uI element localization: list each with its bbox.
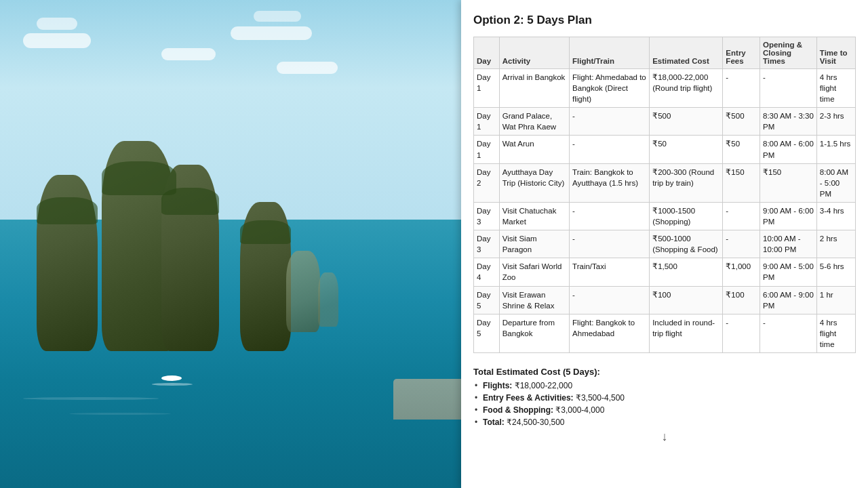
table-cell-3-3: ₹200-300 (Round trip by train) (650, 163, 723, 202)
boat (161, 375, 182, 381)
table-row: Day 4Visit Safari World ZooTrain/Taxi₹1,… (474, 258, 856, 286)
cloud-2 (37, 18, 77, 30)
total-item-3: Total: ₹24,500-30,500 (473, 418, 856, 427)
vegetation-2 (102, 161, 176, 195)
table-cell-6-5: 9:00 AM - 5:00 PM (760, 258, 816, 286)
total-list: Flights: ₹18,000-22,000Entry Fees & Acti… (473, 381, 856, 427)
table-cell-2-6: 1-1.5 hrs (816, 136, 855, 163)
table-cell-3-2: Train: Bangkok to Ayutthaya (1.5 hrs) (570, 163, 650, 202)
table-cell-2-5: 8:00 AM - 6:00 PM (760, 136, 816, 163)
table-cell-4-6: 3-4 hrs (816, 202, 855, 230)
header-time: Time to Visit (816, 37, 855, 69)
total-item-0: Flights: ₹18,000-22,000 (473, 381, 856, 390)
header-opening: Opening & Closing Times (760, 37, 816, 69)
table-cell-1-1: Grand Palace, Wat Phra Kaew (499, 108, 569, 136)
table-cell-0-0: Day 1 (474, 69, 500, 108)
cloud-3 (161, 48, 216, 60)
vegetation-4 (240, 220, 291, 244)
table-cell-7-1: Visit Erawan Shrine & Relax (499, 286, 569, 314)
plan-table: Day Activity Flight/Train Estimated Cost… (473, 37, 856, 353)
table-cell-3-4: ₹150 (723, 163, 760, 202)
beach (393, 379, 461, 420)
cloud-1 (23, 33, 91, 48)
table-cell-1-5: 8:30 AM - 3:30 PM (760, 108, 816, 136)
total-item-1: Entry Fees & Activities: ₹3,500-4,500 (473, 393, 856, 403)
table-cell-3-1: Ayutthaya Day Trip (Historic City) (499, 163, 569, 202)
table-cell-4-2: - (570, 202, 650, 230)
table-cell-7-3: ₹100 (650, 286, 723, 314)
table-row: Day 1Arrival in BangkokFlight: Ahmedabad… (474, 69, 856, 108)
table-row: Day 2Ayutthaya Day Trip (Historic City)T… (474, 163, 856, 202)
scroll-down-arrow[interactable]: ↓ (473, 430, 856, 444)
background-image (0, 0, 461, 488)
table-row: Day 5Visit Erawan Shrine & Relax-₹100₹10… (474, 286, 856, 314)
document-panel: Option 2: 5 Days Plan Day Activity Fligh… (461, 0, 868, 488)
table-cell-8-1: Departure from Bangkok (499, 314, 569, 352)
vegetation-1 (37, 197, 98, 224)
table-cell-5-5: 10:00 AM - 10:00 PM (760, 230, 816, 258)
table-cell-7-4: ₹100 (723, 286, 760, 314)
table-cell-2-1: Wat Arun (499, 136, 569, 163)
table-cell-4-0: Day 3 (474, 202, 500, 230)
table-row: Day 3Visit Siam Paragon-₹500-1000 (Shopp… (474, 230, 856, 258)
table-row: Day 5Departure from BangkokFlight: Bangk… (474, 314, 856, 352)
table-cell-5-2: - (570, 230, 650, 258)
table-row: Day 3Visit Chatuchak Market-₹1000-1500 (… (474, 202, 856, 230)
table-cell-0-2: Flight: Ahmedabad to Bangkok (Direct fli… (570, 69, 650, 108)
header-day: Day (474, 37, 500, 69)
total-item-2: Food & Shopping: ₹3,000-4,000 (473, 405, 856, 415)
table-cell-6-4: ₹1,000 (723, 258, 760, 286)
table-cell-8-6: 4 hrs flight time (816, 314, 855, 352)
table-cell-0-3: ₹18,000-22,000 (Round trip flight) (650, 69, 723, 108)
table-cell-2-0: Day 1 (474, 136, 500, 163)
rock-distant-2 (318, 272, 338, 327)
table-cell-8-0: Day 5 (474, 314, 500, 352)
header-activity: Activity (499, 37, 569, 69)
water-reflection-2 (69, 413, 171, 415)
table-cell-5-6: 2 hrs (816, 230, 855, 258)
table-cell-7-0: Day 5 (474, 286, 500, 314)
table-cell-4-1: Visit Chatuchak Market (499, 202, 569, 230)
table-cell-2-4: ₹50 (723, 136, 760, 163)
table-cell-8-5: - (760, 314, 816, 352)
cloud-4 (231, 26, 312, 40)
rock-distant-1 (286, 251, 320, 332)
table-cell-1-6: 2-3 hrs (816, 108, 855, 136)
table-cell-8-3: Included in round-trip flight (650, 314, 723, 352)
table-cell-4-3: ₹1000-1500 (Shopping) (650, 202, 723, 230)
table-cell-5-3: ₹500-1000 (Shopping & Food) (650, 230, 723, 258)
panel-title: Option 2: 5 Days Plan (473, 14, 856, 27)
table-cell-2-3: ₹50 (650, 136, 723, 163)
table-cell-4-5: 9:00 AM - 6:00 PM (760, 202, 816, 230)
table-cell-6-3: ₹1,500 (650, 258, 723, 286)
table-cell-3-6: 8:00 AM - 5:00 PM (816, 163, 855, 202)
total-title: Total Estimated Cost (5 Days): (473, 367, 856, 377)
table-cell-4-4: - (723, 202, 760, 230)
table-cell-3-5: ₹150 (760, 163, 816, 202)
table-cell-1-0: Day 1 (474, 108, 500, 136)
table-cell-5-0: Day 3 (474, 230, 500, 258)
table-cell-2-2: - (570, 136, 650, 163)
cloud-6 (277, 62, 338, 74)
table-cell-6-6: 5-6 hrs (816, 258, 855, 286)
table-cell-5-4: - (723, 230, 760, 258)
cloud-5 (254, 11, 301, 22)
table-row: Day 1Wat Arun-₹50₹508:00 AM - 6:00 PM1-1… (474, 136, 856, 163)
header-cost: Estimated Cost (650, 37, 723, 69)
table-cell-5-1: Visit Siam Paragon (499, 230, 569, 258)
table-cell-3-0: Day 2 (474, 163, 500, 202)
table-cell-1-3: ₹500 (650, 108, 723, 136)
table-cell-1-4: ₹500 (723, 108, 760, 136)
table-cell-6-2: Train/Taxi (570, 258, 650, 286)
vegetation-3 (161, 188, 219, 215)
table-cell-7-2: - (570, 286, 650, 314)
table-cell-0-4: - (723, 69, 760, 108)
header-flight: Flight/Train (570, 37, 650, 69)
table-cell-0-6: 4 hrs flight time (816, 69, 855, 108)
table-cell-1-2: - (570, 108, 650, 136)
table-cell-0-5: - (760, 69, 816, 108)
table-cell-7-5: 6:00 AM - 9:00 PM (760, 286, 816, 314)
table-cell-7-6: 1 hr (816, 286, 855, 314)
table-cell-8-2: Flight: Bangkok to Ahmedabad (570, 314, 650, 352)
total-section: Total Estimated Cost (5 Days): Flights: … (473, 363, 856, 427)
